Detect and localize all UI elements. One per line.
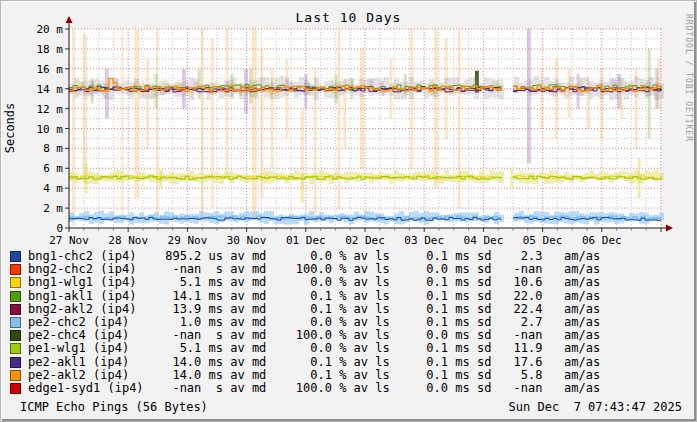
- legend-amas: 22.4: [491, 303, 542, 316]
- legend-host: bng2-chc2 (ip4): [28, 263, 165, 276]
- legend-median-label: av md: [223, 382, 266, 395]
- smoke-spike: [252, 29, 257, 218]
- legend-median-label: av md: [223, 290, 266, 303]
- legend-median: -nan s: [165, 263, 223, 276]
- smoke-spike: [600, 69, 603, 139]
- legend-sd-label: sd: [470, 329, 492, 342]
- x-tick-label: 02 Dec: [337, 234, 393, 247]
- legend-sd: 0.0 ms: [390, 263, 470, 276]
- legend-row: bng2-akl2 (ip4)13.9 ms av md0.1 % av ls0…: [10, 303, 690, 316]
- legend-median: 14.0 ms: [165, 369, 223, 382]
- legend-sd: 0.1 ms: [390, 290, 470, 303]
- legend-median-label: av md: [223, 316, 266, 329]
- legend-loss-label: av ls: [346, 263, 389, 276]
- legend-row: pe1-wlg1 (ip4)5.1 ms av md0.0 % av ls0.1…: [10, 342, 690, 355]
- x-tick-label: 05 Dec: [515, 234, 571, 247]
- legend-amas: -nan: [491, 329, 542, 342]
- legend-loss-label: av ls: [346, 303, 389, 316]
- legend-amas: 11.9: [491, 342, 542, 355]
- smoke-spike: [72, 29, 75, 226]
- legend-sd: 0.1 ms: [390, 356, 470, 369]
- chart-title: Last 10 Days: [1, 10, 696, 25]
- legend-swatch: [10, 277, 21, 288]
- legend-median: -nan s: [165, 329, 223, 342]
- legend-amas: 22.0: [491, 290, 542, 303]
- legend-row: edge1-syd1 (ip4)-nan s av md100.0 % av l…: [10, 382, 690, 395]
- legend-host: bng1-akl1 (ip4): [28, 290, 165, 303]
- legend-loss: 0.1 %: [266, 369, 346, 382]
- legend-row: pe2-akl2 (ip4)14.0 ms av md0.1 % av ls0.…: [10, 369, 690, 382]
- y-tick-label: 20 m: [13, 23, 63, 36]
- legend-median-label: av md: [223, 303, 266, 316]
- legend-row: pe2-chc2 (ip4)1.0 ms av md0.0 % av ls0.1…: [10, 316, 690, 329]
- y-tick-label: 16 m: [13, 63, 63, 76]
- legend-loss: 100.0 %: [266, 263, 346, 276]
- legend-swatch: [10, 304, 21, 315]
- y-tick-label: 10 m: [13, 123, 63, 136]
- smoke-spike: [510, 168, 513, 188]
- smoke-spike: [337, 29, 340, 208]
- legend-swatch: [10, 330, 21, 341]
- legend-row: pe2-chc4 (ip4)-nan s av md100.0 % av ls0…: [10, 329, 690, 342]
- legend-median-label: av md: [223, 263, 266, 276]
- legend-sd-label: sd: [470, 290, 492, 303]
- legend: bng1-chc2 (ip4)895.2 us av md0.0 % av ls…: [10, 250, 690, 395]
- legend-loss: 100.0 %: [266, 382, 346, 395]
- legend-swatch: [10, 357, 21, 368]
- legend-sd-label: sd: [470, 369, 492, 382]
- legend-host: pe2-akl1 (ip4): [28, 356, 165, 369]
- legend-sd: 0.1 ms: [390, 369, 470, 382]
- legend-swatch: [10, 370, 21, 381]
- legend-sd-label: sd: [470, 276, 492, 289]
- legend-sd: 0.1 ms: [390, 316, 470, 329]
- legend-amas-label: am/as: [542, 290, 600, 303]
- legend-median-label: av md: [223, 356, 266, 369]
- x-axis-arrow: [666, 225, 673, 232]
- legend-median: 1.0 ms: [165, 316, 223, 329]
- smoke-spike: [541, 69, 544, 129]
- legend-loss-label: av ls: [346, 276, 389, 289]
- probe-info: ICMP Echo Pings (56 Bytes): [20, 400, 208, 414]
- legend-amas: 2.3: [491, 250, 542, 263]
- smoke-spike: [146, 59, 149, 149]
- legend-swatch: [10, 383, 21, 394]
- rrdtool-watermark: RRDTOOL / TOBI OETIKER: [684, 14, 693, 142]
- legend-amas-label: am/as: [542, 263, 600, 276]
- legend-sd-label: sd: [470, 382, 492, 395]
- smoke-spike: [226, 29, 229, 178]
- y-tick-label: 18 m: [13, 43, 63, 56]
- legend-median: 14.1 ms: [165, 290, 223, 303]
- legend-loss: 100.0 %: [266, 329, 346, 342]
- legend-amas: -nan: [491, 263, 542, 276]
- y-tick-label: 2 m: [13, 202, 63, 215]
- legend-amas: 17.6: [491, 356, 542, 369]
- smoke-spike: [527, 29, 531, 163]
- legend-host: bng2-akl2 (ip4): [28, 303, 165, 316]
- legend-host: pe2-akl2 (ip4): [28, 369, 165, 382]
- legend-swatch: [10, 343, 21, 354]
- legend-sd-label: sd: [470, 250, 492, 263]
- legend-median: -nan s: [165, 382, 223, 395]
- y-tick-label: 8 m: [13, 142, 63, 155]
- legend-sd-label: sd: [470, 263, 492, 276]
- legend-sd: 0.1 ms: [390, 276, 470, 289]
- x-tick-label: 04 Dec: [455, 234, 511, 247]
- legend-host: pe2-chc2 (ip4): [28, 316, 165, 329]
- legend-sd: 0.1 ms: [390, 250, 470, 263]
- x-tick-label: 03 Dec: [396, 234, 452, 247]
- x-tick-label: 29 Nov: [159, 234, 215, 247]
- legend-loss-label: av ls: [346, 382, 389, 395]
- legend-amas-label: am/as: [542, 342, 600, 355]
- legend-loss-label: av ls: [346, 290, 389, 303]
- legend-row: pe2-akl1 (ip4)14.0 ms av md0.1 % av ls0.…: [10, 356, 690, 369]
- legend-loss: 0.0 %: [266, 276, 346, 289]
- legend-median-label: av md: [223, 276, 266, 289]
- legend-sd-label: sd: [470, 356, 492, 369]
- legend-sd: 0.0 ms: [390, 329, 470, 342]
- legend-amas-label: am/as: [542, 329, 600, 342]
- legend-amas-label: am/as: [542, 276, 600, 289]
- legend-host: edge1-syd1 (ip4): [28, 382, 165, 395]
- legend-amas-label: am/as: [542, 369, 600, 382]
- legend-loss: 0.1 %: [266, 290, 346, 303]
- legend-median: 5.1 ms: [165, 276, 223, 289]
